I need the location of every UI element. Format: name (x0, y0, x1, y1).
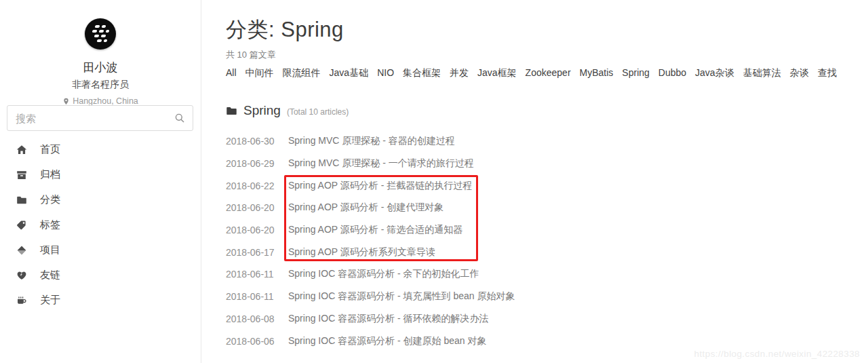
tag-icon (16, 220, 28, 231)
article-date: 2018-06-11 (226, 291, 288, 302)
filter-item-15[interactable]: 查找 (818, 67, 837, 79)
article-title-link[interactable]: Spring AOP 源码分析 - 筛选合适的通知器 (288, 224, 462, 236)
filter-item-6[interactable]: 并发 (450, 67, 469, 79)
filter-dubbo[interactable]: Dubbo (658, 67, 686, 79)
sidebar-item-heart[interactable]: 友链 (0, 263, 201, 288)
profile-location: Hangzhou, China (0, 96, 201, 106)
sidebar-item-coffee[interactable]: 关于 (0, 288, 201, 313)
article-date: 2018-06-20 (226, 225, 288, 235)
article-title-link[interactable]: Spring AOP 源码分析 - 创建代理对象 (288, 202, 443, 214)
filter-item-2[interactable]: 限流组件 (283, 67, 321, 79)
article-date: 2018-06-08 (226, 313, 288, 324)
watermark: https://blog.csdn.net/weixin_42228338 (694, 349, 860, 359)
blog-category-page: 田小波 非著名程序员 Hangzhou, China 首页归档分类标签项目友链关… (0, 0, 868, 363)
section-article-count: (Total 10 articles) (287, 107, 349, 117)
article-row: 2018-06-17Spring AOP 源码分析系列文章导读 (226, 241, 660, 263)
article-row: 2018-06-20Spring AOP 源码分析 - 创建代理对象 (226, 197, 660, 219)
filter-item-14[interactable]: 杂谈 (790, 67, 809, 79)
sidebar-item-folder[interactable]: 分类 (0, 187, 201, 212)
filter-mybatis[interactable]: MyBatis (580, 67, 614, 79)
article-title-link[interactable]: Spring IOC 容器源码分析 - 填充属性到 bean 原始对象 (288, 290, 515, 303)
archive-icon (16, 170, 28, 180)
filter-java[interactable]: Java框架 (477, 67, 517, 79)
article-date: 2018-06-11 (226, 269, 288, 280)
heart-icon (16, 270, 28, 281)
map-pin-icon (62, 97, 70, 106)
sidebar-item-label: 关于 (40, 294, 60, 307)
filter-java[interactable]: Java杂谈 (695, 67, 734, 79)
blackberry-logo (95, 25, 100, 28)
sidebar-item-label: 归档 (40, 168, 60, 181)
article-row: 2018-06-11Spring IOC 容器源码分析 - 余下的初始化工作 (226, 263, 660, 286)
category-filter-bar: All中间件限流组件Java基础NIO集合框架并发Java框架Zookeeper… (226, 67, 868, 79)
article-title-link[interactable]: Spring IOC 容器源码分析 - 循环依赖的解决办法 (288, 313, 489, 325)
sidebar-nav: 首页归档分类标签项目友链关于 (0, 137, 201, 313)
article-row: 2018-06-22Spring AOP 源码分析 - 拦截器链的执行过程 (226, 174, 660, 197)
article-title-link[interactable]: Spring IOC 容器源码分析 - 创建原始 bean 对象 (288, 335, 487, 347)
sidebar: 田小波 非著名程序员 Hangzhou, China 首页归档分类标签项目友链关… (0, 0, 201, 363)
sidebar-item-label: 分类 (40, 193, 60, 206)
sidebar-item-archive[interactable]: 归档 (0, 162, 201, 187)
filter-item-5[interactable]: 集合框架 (403, 67, 441, 79)
profile-subtitle: 非著名程序员 (0, 79, 201, 91)
article-row: 2018-06-11Spring IOC 容器源码分析 - 填充属性到 bean… (226, 286, 660, 308)
article-title-link[interactable]: Spring MVC 原理探秘 - 一个请求的旅行过程 (288, 157, 474, 170)
gem-icon (16, 245, 28, 256)
article-date: 2018-06-06 (226, 336, 288, 347)
article-row: 2018-06-20Spring AOP 源码分析 - 筛选合适的通知器 (226, 219, 660, 242)
sidebar-item-label: 项目 (40, 244, 60, 256)
sidebar-item-gem[interactable]: 项目 (0, 237, 201, 263)
filter-zookeeper[interactable]: Zookeeper (526, 67, 571, 79)
article-title-link[interactable]: Spring MVC 原理探秘 - 容器的创建过程 (288, 135, 455, 147)
article-date: 2018-06-30 (226, 136, 288, 147)
avatar (85, 18, 116, 50)
search-box (7, 105, 193, 131)
search-input[interactable] (7, 106, 167, 130)
category-section-header: Spring (Total 10 articles) (226, 103, 868, 118)
profile-name: 田小波 (0, 60, 201, 75)
article-date: 2018-06-29 (226, 158, 288, 169)
profile-location-text: Hangzhou, China (73, 96, 138, 106)
filter-java[interactable]: Java基础 (330, 67, 369, 79)
filter-nio[interactable]: NIO (377, 67, 394, 79)
article-date: 2018-06-17 (226, 247, 288, 258)
page-title: 分类: Spring (226, 18, 868, 42)
main-content: 分类: Spring 共 10 篇文章 All中间件限流组件Java基础NIO集… (202, 0, 868, 363)
coffee-icon (16, 295, 28, 306)
sidebar-item-label: 首页 (40, 143, 60, 156)
article-title-link[interactable]: Spring AOP 源码分析系列文章导读 (288, 246, 435, 259)
article-row: 2018-06-08Spring IOC 容器源码分析 - 循环依赖的解决办法 (226, 308, 660, 330)
article-title-link[interactable]: Spring AOP 源码分析 - 拦截器链的执行过程 (288, 180, 472, 192)
folder-icon (226, 105, 237, 117)
folder-icon (16, 195, 28, 206)
home-icon (16, 145, 28, 155)
article-row: 2018-06-06Spring IOC 容器源码分析 - 创建原始 bean … (226, 330, 660, 352)
search-icon[interactable] (167, 113, 193, 123)
filter-item-1[interactable]: 中间件 (245, 67, 274, 79)
section-title: Spring (243, 103, 281, 118)
filter-all[interactable]: All (226, 67, 237, 79)
filter-spring[interactable]: Spring (622, 67, 649, 79)
article-list: 2018-06-30Spring MVC 原理探秘 - 容器的创建过程2018-… (226, 130, 660, 352)
article-row: 2018-06-30Spring MVC 原理探秘 - 容器的创建过程 (226, 130, 660, 153)
article-date: 2018-06-20 (226, 202, 288, 213)
article-title-link[interactable]: Spring IOC 容器源码分析 - 余下的初始化工作 (288, 268, 479, 280)
filter-item-13[interactable]: 基础算法 (743, 67, 781, 79)
article-date: 2018-06-22 (226, 180, 288, 191)
sidebar-item-label: 友链 (40, 269, 60, 282)
article-row: 2018-06-29Spring MVC 原理探秘 - 一个请求的旅行过程 (226, 153, 660, 175)
article-count: 共 10 篇文章 (226, 50, 868, 60)
sidebar-item-label: 标签 (40, 218, 60, 231)
sidebar-item-home[interactable]: 首页 (0, 137, 201, 162)
sidebar-item-tag[interactable]: 标签 (0, 212, 201, 237)
